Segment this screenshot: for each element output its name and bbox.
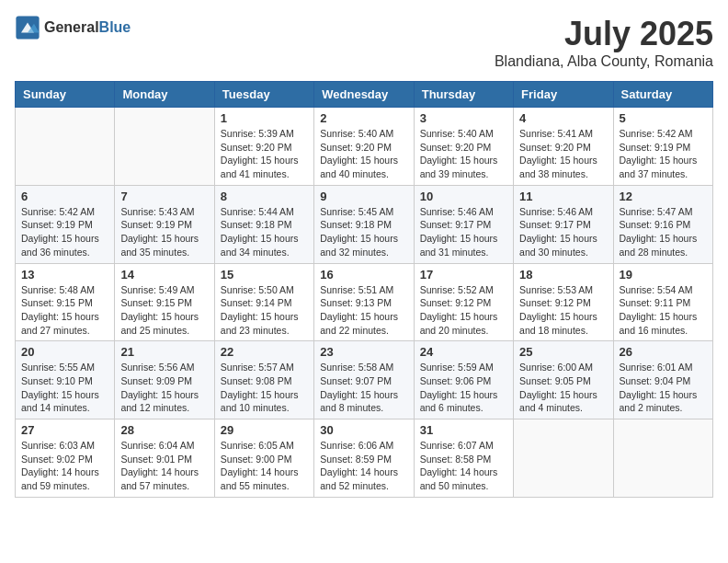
day-info: Sunrise: 5:50 AMSunset: 9:14 PMDaylight:… [221, 283, 308, 338]
day-number: 11 [519, 190, 607, 203]
day-number: 16 [320, 268, 407, 282]
week-row-4: 20Sunrise: 5:55 AMSunset: 9:10 PMDayligh… [16, 341, 713, 419]
day-cell: 3Sunrise: 5:40 AMSunset: 9:20 PMDaylight… [414, 108, 513, 186]
day-number: 8 [221, 190, 308, 203]
header: GeneralBlue July 2025 Blandiana, Alba Co… [15, 15, 713, 70]
day-cell: 14Sunrise: 5:49 AMSunset: 9:15 PMDayligh… [115, 263, 214, 341]
day-number: 7 [120, 190, 208, 203]
day-info: Sunrise: 6:07 AMSunset: 8:58 PMDaylight:… [420, 439, 507, 493]
day-number: 3 [420, 111, 507, 125]
day-number: 24 [420, 345, 507, 359]
day-number: 15 [221, 268, 308, 282]
day-info: Sunrise: 5:47 AMSunset: 9:16 PMDaylight:… [620, 205, 707, 259]
day-info: Sunrise: 6:04 AMSunset: 9:01 PMDaylight:… [120, 439, 208, 493]
day-number: 31 [420, 423, 507, 437]
day-info: Sunrise: 5:54 AMSunset: 9:11 PMDaylight:… [620, 283, 707, 338]
day-info: Sunrise: 6:05 AMSunset: 9:00 PMDaylight:… [221, 439, 308, 493]
day-number: 30 [320, 423, 407, 437]
day-cell: 6Sunrise: 5:42 AMSunset: 9:19 PMDaylight… [16, 185, 115, 263]
day-number: 18 [519, 268, 607, 282]
title-area: July 2025 Blandiana, Alba County, Romani… [495, 15, 713, 70]
day-cell: 10Sunrise: 5:46 AMSunset: 9:17 PMDayligh… [414, 185, 513, 263]
day-cell: 1Sunrise: 5:39 AMSunset: 9:20 PMDaylight… [214, 108, 313, 186]
day-number: 13 [21, 268, 108, 282]
logo: GeneralBlue [15, 15, 131, 40]
day-cell [514, 419, 613, 498]
day-number: 1 [221, 111, 308, 125]
day-cell: 31Sunrise: 6:07 AMSunset: 8:58 PMDayligh… [414, 419, 513, 498]
calendar: SundayMondayTuesdayWednesdayThursdayFrid… [15, 81, 713, 498]
day-info: Sunrise: 5:45 AMSunset: 9:18 PMDaylight:… [320, 205, 407, 259]
day-number: 27 [21, 423, 108, 437]
day-info: Sunrise: 5:48 AMSunset: 9:15 PMDaylight:… [21, 283, 108, 338]
day-info: Sunrise: 5:56 AMSunset: 9:09 PMDaylight:… [120, 361, 208, 415]
day-cell [613, 419, 712, 498]
day-cell [16, 108, 115, 186]
day-info: Sunrise: 5:39 AMSunset: 9:20 PMDaylight:… [221, 127, 308, 181]
day-info: Sunrise: 5:55 AMSunset: 9:10 PMDaylight:… [21, 361, 108, 415]
day-cell: 18Sunrise: 5:53 AMSunset: 9:12 PMDayligh… [514, 263, 613, 341]
day-cell: 19Sunrise: 5:54 AMSunset: 9:11 PMDayligh… [613, 263, 712, 341]
day-info: Sunrise: 5:53 AMSunset: 9:12 PMDaylight:… [519, 283, 607, 338]
day-number: 21 [120, 345, 208, 359]
day-info: Sunrise: 5:52 AMSunset: 9:12 PMDaylight:… [420, 283, 507, 338]
day-number: 23 [320, 345, 407, 359]
day-cell: 20Sunrise: 5:55 AMSunset: 9:10 PMDayligh… [16, 341, 115, 419]
day-number: 19 [620, 268, 707, 282]
day-cell: 24Sunrise: 5:59 AMSunset: 9:06 PMDayligh… [414, 341, 513, 419]
day-cell: 4Sunrise: 5:41 AMSunset: 9:20 PMDaylight… [514, 108, 613, 186]
day-number: 12 [620, 190, 707, 203]
day-cell: 8Sunrise: 5:44 AMSunset: 9:18 PMDaylight… [214, 185, 313, 263]
day-info: Sunrise: 5:57 AMSunset: 9:08 PMDaylight:… [221, 361, 308, 415]
col-header-tuesday: Tuesday [214, 82, 313, 108]
day-info: Sunrise: 5:46 AMSunset: 9:17 PMDaylight:… [420, 205, 507, 259]
location-title: Blandiana, Alba County, Romania [495, 53, 713, 70]
day-cell: 21Sunrise: 5:56 AMSunset: 9:09 PMDayligh… [115, 341, 214, 419]
day-number: 2 [320, 111, 407, 125]
day-cell: 25Sunrise: 6:00 AMSunset: 9:05 PMDayligh… [514, 341, 613, 419]
col-header-saturday: Saturday [613, 82, 712, 108]
day-info: Sunrise: 5:51 AMSunset: 9:13 PMDaylight:… [320, 283, 407, 338]
day-info: Sunrise: 6:01 AMSunset: 9:04 PMDaylight:… [620, 361, 707, 415]
day-number: 29 [221, 423, 308, 437]
day-info: Sunrise: 5:44 AMSunset: 9:18 PMDaylight:… [221, 205, 308, 259]
day-cell: 5Sunrise: 5:42 AMSunset: 9:19 PMDaylight… [613, 108, 712, 186]
day-cell: 28Sunrise: 6:04 AMSunset: 9:01 PMDayligh… [115, 419, 214, 498]
day-cell: 22Sunrise: 5:57 AMSunset: 9:08 PMDayligh… [214, 341, 313, 419]
day-cell: 7Sunrise: 5:43 AMSunset: 9:19 PMDaylight… [115, 185, 214, 263]
day-cell: 29Sunrise: 6:05 AMSunset: 9:00 PMDayligh… [214, 419, 313, 498]
day-number: 5 [620, 111, 707, 125]
day-number: 14 [120, 268, 208, 282]
month-title: July 2025 [495, 15, 713, 53]
day-number: 28 [120, 423, 208, 437]
day-number: 25 [519, 345, 607, 359]
day-cell: 16Sunrise: 5:51 AMSunset: 9:13 PMDayligh… [314, 263, 414, 341]
day-info: Sunrise: 6:06 AMSunset: 8:59 PMDaylight:… [320, 439, 407, 493]
day-cell: 17Sunrise: 5:52 AMSunset: 9:12 PMDayligh… [414, 263, 513, 341]
day-number: 26 [620, 345, 707, 359]
week-row-1: 1Sunrise: 5:39 AMSunset: 9:20 PMDaylight… [16, 108, 713, 186]
day-info: Sunrise: 5:46 AMSunset: 9:17 PMDaylight:… [519, 205, 607, 259]
day-cell: 12Sunrise: 5:47 AMSunset: 9:16 PMDayligh… [613, 185, 712, 263]
day-number: 6 [21, 190, 108, 203]
day-info: Sunrise: 5:58 AMSunset: 9:07 PMDaylight:… [320, 361, 407, 415]
day-info: Sunrise: 5:40 AMSunset: 9:20 PMDaylight:… [420, 127, 507, 181]
col-header-wednesday: Wednesday [314, 82, 414, 108]
day-number: 10 [420, 190, 507, 203]
col-header-monday: Monday [115, 82, 214, 108]
day-cell: 9Sunrise: 5:45 AMSunset: 9:18 PMDaylight… [314, 185, 414, 263]
day-number: 9 [320, 190, 407, 203]
day-info: Sunrise: 6:00 AMSunset: 9:05 PMDaylight:… [519, 361, 607, 415]
week-row-2: 6Sunrise: 5:42 AMSunset: 9:19 PMDaylight… [16, 185, 713, 263]
day-info: Sunrise: 5:43 AMSunset: 9:19 PMDaylight:… [120, 205, 208, 259]
day-info: Sunrise: 5:42 AMSunset: 9:19 PMDaylight:… [21, 205, 108, 259]
day-cell: 2Sunrise: 5:40 AMSunset: 9:20 PMDaylight… [314, 108, 414, 186]
day-number: 4 [519, 111, 607, 125]
day-number: 20 [21, 345, 108, 359]
logo-icon [15, 15, 40, 40]
day-info: Sunrise: 5:40 AMSunset: 9:20 PMDaylight:… [320, 127, 407, 181]
day-info: Sunrise: 5:59 AMSunset: 9:06 PMDaylight:… [420, 361, 507, 415]
week-row-5: 27Sunrise: 6:03 AMSunset: 9:02 PMDayligh… [16, 419, 713, 498]
day-number: 17 [420, 268, 507, 282]
day-cell: 27Sunrise: 6:03 AMSunset: 9:02 PMDayligh… [16, 419, 115, 498]
